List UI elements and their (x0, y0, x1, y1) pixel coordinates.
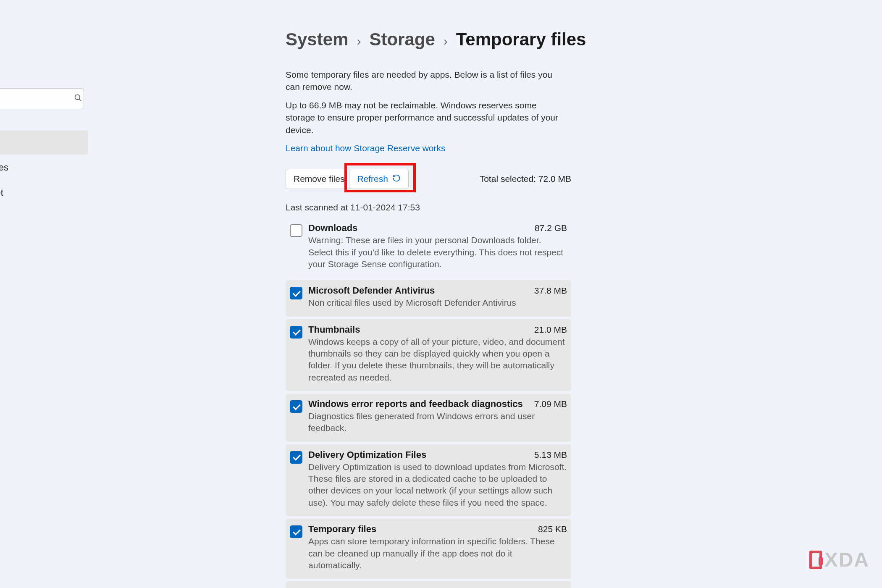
breadcrumb-storage[interactable]: Storage (369, 29, 435, 50)
nav-item-7[interactable] (0, 307, 88, 331)
item-description: Warning: These are files in your persona… (308, 234, 567, 270)
item-title: Thumbnails (308, 324, 360, 335)
intro-p1: Some temporary files are needed by apps.… (286, 68, 567, 93)
list-item[interactable]: Temporary files825 KBApps can store temp… (286, 519, 571, 579)
nav-item-update[interactable]: te (0, 357, 88, 381)
checkbox[interactable] (290, 525, 302, 538)
item-size: 5.13 MB (534, 450, 567, 460)
breadcrumb: System › Storage › Temporary files (286, 29, 882, 50)
checkbox[interactable] (290, 287, 302, 299)
chevron-right-icon: › (357, 34, 361, 48)
nav-item-privacy[interactable]: ity (0, 332, 88, 356)
nav-item-devices[interactable]: vices (0, 155, 88, 180)
item-description: Apps can store temporary information in … (308, 536, 567, 571)
sidebar: vices rnet e ity te (0, 0, 88, 588)
item-description: Windows keeps a copy of all of your pict… (308, 336, 567, 383)
list-item[interactable]: Microsoft Defender Antivirus37.8 MBNon c… (286, 280, 571, 316)
intro-p2: Up to 66.9 MB may not be reclaimable. Wi… (286, 99, 567, 136)
nav: vices rnet e ity te (0, 130, 88, 381)
item-size: 825 KB (538, 524, 567, 534)
page-title: Temporary files (456, 29, 586, 50)
item-title: Downloads (308, 223, 357, 234)
list-item[interactable]: Thumbnails21.0 MBWindows keeps a copy of… (286, 319, 571, 391)
intro-text: Some temporary files are needed by apps.… (286, 68, 567, 154)
item-title: Temporary files (308, 524, 376, 535)
list-item[interactable]: Windows error reports and feedback diagn… (286, 394, 571, 442)
nav-item-5[interactable]: e (0, 256, 88, 281)
last-scanned: Last scanned at 11-01-2024 17:53 (286, 202, 882, 213)
checkbox[interactable] (290, 224, 302, 237)
search-input[interactable] (0, 88, 84, 109)
list-item[interactable]: DirectX Shader Cache130 KB (286, 581, 571, 588)
item-title: Microsoft Defender Antivirus (308, 285, 435, 296)
item-description: Non critical files used by Microsoft Def… (308, 297, 567, 309)
refresh-label: Refresh (357, 174, 388, 184)
actions-row: Remove files Refresh Total selected: 72.… (286, 169, 571, 189)
item-size: 87.2 GB (535, 223, 567, 233)
watermark-text: XDA (824, 548, 869, 571)
remove-files-button[interactable]: Remove files (286, 169, 352, 189)
item-title: DirectX Shader Cache (308, 586, 405, 588)
nav-item-network[interactable]: rnet (0, 181, 88, 205)
list-item[interactable]: Downloads87.2 GBWarning: These are files… (286, 218, 571, 278)
nav-item-6[interactable] (0, 281, 88, 306)
item-size: 37.8 MB (534, 286, 567, 296)
storage-reserve-link[interactable]: Learn about how Storage Reserve works (286, 143, 446, 153)
item-description: Diagnostics files generated from Windows… (308, 410, 567, 434)
nav-item-label: vices (0, 162, 8, 173)
nav-item-3[interactable] (0, 206, 88, 230)
chevron-right-icon: › (444, 34, 448, 48)
checkbox[interactable] (290, 326, 302, 339)
nav-item-label: rnet (0, 187, 3, 198)
watermark: XDA (809, 548, 869, 571)
refresh-button[interactable]: Refresh (349, 169, 409, 189)
main-content: System › Storage › Temporary files Some … (88, 0, 882, 588)
checkbox[interactable] (290, 400, 302, 413)
search-icon[interactable] (74, 94, 82, 104)
nav-item-system[interactable] (0, 130, 88, 155)
watermark-icon (809, 551, 822, 569)
refresh-icon (392, 174, 401, 184)
item-title: Delivery Optimization Files (308, 449, 426, 460)
item-size: 7.09 MB (534, 399, 567, 409)
nav-item-4[interactable] (0, 231, 88, 255)
item-title: Windows error reports and feedback diagn… (308, 399, 523, 410)
temp-files-list: Downloads87.2 GBWarning: These are files… (286, 218, 571, 588)
search-container (0, 88, 88, 109)
list-item[interactable]: Delivery Optimization Files5.13 MBDelive… (286, 444, 571, 516)
svg-line-1 (79, 99, 81, 101)
breadcrumb-system[interactable]: System (286, 29, 348, 50)
total-selected: Total selected: 72.0 MB (480, 174, 571, 184)
checkbox[interactable] (290, 451, 302, 464)
item-size: 21.0 MB (534, 325, 567, 335)
svg-point-0 (75, 95, 80, 100)
item-description: Delivery Optimization is used to downloa… (308, 461, 567, 509)
